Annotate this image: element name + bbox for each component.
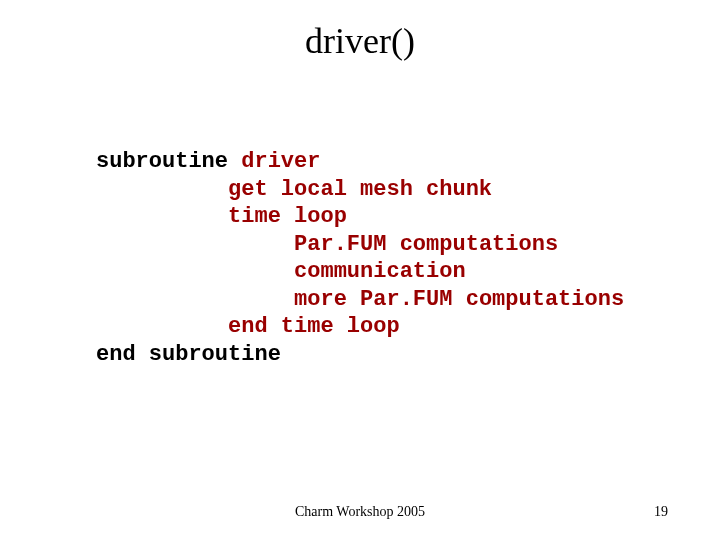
slide-title: driver() — [0, 20, 720, 62]
code-line-4: Par.FUM computations — [294, 232, 558, 257]
code-name: driver — [228, 149, 320, 174]
indent — [96, 314, 228, 339]
footer-center-text: Charm Workshop 2005 — [0, 504, 720, 520]
code-block: subroutine driver get local mesh chunk t… — [96, 148, 624, 368]
slide: driver() subroutine driver get local mes… — [0, 0, 720, 540]
indent — [96, 204, 228, 229]
indent — [96, 232, 294, 257]
kw-subroutine: subroutine — [96, 149, 228, 174]
indent — [96, 177, 228, 202]
indent — [96, 259, 294, 284]
code-line-2: get local mesh chunk — [228, 177, 492, 202]
code-line-7: end time loop — [228, 314, 400, 339]
code-line-5: communication — [294, 259, 466, 284]
code-line-6: more Par.FUM computations — [294, 287, 624, 312]
code-line-3: time loop — [228, 204, 347, 229]
kw-end-subroutine: end subroutine — [96, 342, 281, 367]
indent — [96, 287, 294, 312]
page-number: 19 — [654, 504, 668, 520]
